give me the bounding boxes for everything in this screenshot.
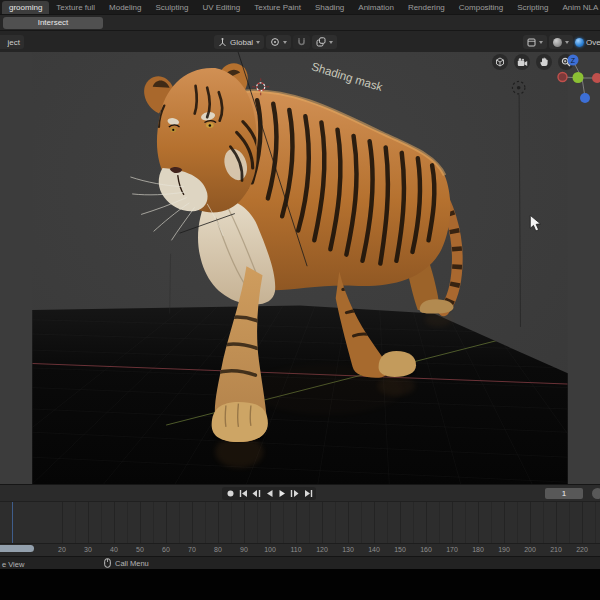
perspective-toggle-button[interactable]: [492, 54, 508, 70]
timeline-gridline: [88, 502, 89, 544]
svg-text:Z: Z: [571, 57, 576, 64]
workspace-tab[interactable]: Modeling: [102, 1, 148, 14]
playback-controls: [222, 487, 316, 500]
gizmo-x-axis[interactable]: [592, 73, 600, 83]
mouse-icon: [104, 558, 111, 568]
timeline-gridline-minor: [595, 502, 596, 544]
pan-view-button[interactable]: [536, 54, 552, 70]
play-reverse-button[interactable]: [263, 488, 275, 499]
frame-range-button[interactable]: [592, 488, 600, 499]
timeline-gridline: [114, 502, 115, 544]
material-preview-icon[interactable]: [575, 38, 584, 47]
frame-tick-label: 120: [316, 546, 328, 553]
timeline-gridline-minor: [283, 502, 284, 544]
timeline-tracks[interactable]: [0, 501, 600, 544]
timeline-gridline: [348, 502, 349, 544]
jump-end-icon: [304, 489, 313, 498]
frame-tick-label: 150: [394, 546, 406, 553]
viewport-3d[interactable]: Shading mask: [0, 52, 600, 484]
timeline-gridline: [582, 502, 583, 544]
frame-tick-label: 90: [240, 546, 248, 553]
timeline-gridline-minor: [361, 502, 362, 544]
workspace-tab[interactable]: Sculpting: [149, 1, 196, 14]
timeline-gridline-minor: [179, 502, 180, 544]
next-keyframe-button[interactable]: [289, 488, 301, 499]
snap-toggle[interactable]: [293, 35, 310, 49]
timeline-gridline-minor: [465, 502, 466, 544]
front-right-paw: [379, 351, 416, 377]
current-frame-field[interactable]: 1: [545, 488, 583, 499]
hand-icon: [539, 57, 549, 67]
prev-keyframe-button[interactable]: [250, 488, 262, 499]
jump-to-start-button[interactable]: [237, 488, 249, 499]
timeline-gridline: [322, 502, 323, 544]
jump-to-end-button[interactable]: [302, 488, 314, 499]
workspace-tab[interactable]: Compositing: [452, 1, 510, 14]
timeline-gridline-minor: [101, 502, 102, 544]
proportional-icon: [316, 37, 326, 47]
workspace-tab[interactable]: Texture Paint: [247, 1, 308, 14]
timeline-gridline: [192, 502, 193, 544]
gizmo-z-neg-axis[interactable]: [580, 93, 590, 103]
shading-dropdown[interactable]: [549, 35, 573, 49]
timeline-gridline-minor: [335, 502, 336, 544]
gizmo-y-axis[interactable]: [573, 72, 584, 83]
frame-tick-label: 170: [446, 546, 458, 553]
chevron-down-icon: [539, 41, 543, 44]
frame-tick-label: 160: [420, 546, 432, 553]
timeline-gridline-minor: [569, 502, 570, 544]
timeline-gridline-minor: [517, 502, 518, 544]
mode-dropdown-clipped[interactable]: ject: [0, 35, 24, 49]
timeline-gridline-minor: [75, 502, 76, 544]
frame-tick-label: 180: [472, 546, 484, 553]
workspace-tab[interactable]: grooming: [2, 1, 49, 14]
play-button[interactable]: [276, 488, 288, 499]
frame-tick-label: 130: [342, 546, 354, 553]
status-call-menu: Call Menu: [115, 559, 149, 568]
timeline-gridline: [244, 502, 245, 544]
view-box-icon: [495, 57, 505, 67]
frame-tick-label: 220: [576, 546, 588, 553]
timeline-gridline-minor: [257, 502, 258, 544]
timeline-gridline: [62, 502, 63, 544]
workspace-tab[interactable]: Rendering: [401, 1, 452, 14]
pivot-point-dropdown[interactable]: [266, 35, 291, 49]
proportional-editing-dropdown[interactable]: [312, 35, 337, 49]
blender-window: grooming Texture full Modeling Sculpting…: [0, 0, 600, 600]
workspace-tab[interactable]: UV Editing: [195, 1, 247, 14]
workspace-tab[interactable]: Anim NLA: [555, 1, 600, 14]
timeline-gridline-minor: [439, 502, 440, 544]
timeline-gridline: [140, 502, 141, 544]
navigation-gizmo[interactable]: Z: [556, 53, 600, 109]
timeline-gridline: [452, 502, 453, 544]
workspace-tab[interactable]: Animation: [351, 1, 401, 14]
tool-settings-row: Intersect: [0, 14, 600, 31]
timeline-gridline-minor: [309, 502, 310, 544]
transform-orientation-dropdown[interactable]: Global: [214, 35, 264, 49]
timeline-gridline: [296, 502, 297, 544]
front-left-paw: [212, 402, 268, 442]
gizmos-dropdown[interactable]: [523, 35, 547, 49]
camera-view-button[interactable]: [514, 54, 530, 70]
workspace-tab[interactable]: Scripting: [510, 1, 555, 14]
jump-start-icon: [239, 489, 248, 498]
timeline-gridline: [478, 502, 479, 544]
next-key-icon: [290, 489, 300, 498]
frame-tick-label: 60: [162, 546, 170, 553]
frame-tick-label: 140: [368, 546, 380, 553]
timeline-gridline-minor: [491, 502, 492, 544]
intersect-button[interactable]: Intersect: [3, 17, 103, 29]
timeline-gridline: [374, 502, 375, 544]
workspace-tab[interactable]: Texture full: [49, 1, 102, 14]
workspace-tab[interactable]: Shading: [308, 1, 351, 14]
auto-key-record-button[interactable]: [224, 488, 236, 499]
viewport-header: ject Global: [0, 30, 600, 54]
gizmo-x-neg-axis[interactable]: [558, 73, 567, 82]
timeline-playhead[interactable]: [12, 502, 13, 544]
timeline-gridline: [426, 502, 427, 544]
orientation-axes-icon: [218, 38, 227, 47]
timeline-scrollbar[interactable]: [0, 545, 34, 552]
frame-tick-label: 50: [136, 546, 144, 553]
overlays-label[interactable]: Overlays: [586, 38, 600, 47]
timeline-ruler[interactable]: 20 30 40 50 60 70 80 90 100 110 120 130 …: [0, 543, 600, 557]
